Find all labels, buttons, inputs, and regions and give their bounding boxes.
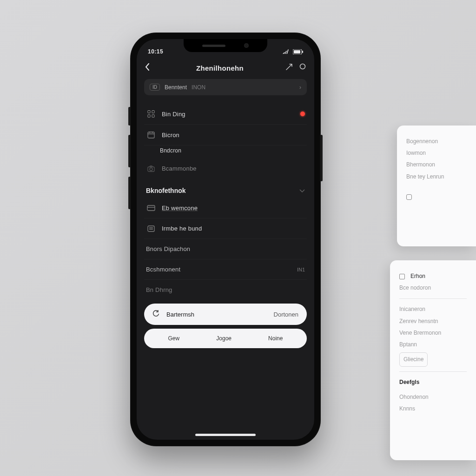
card-line: Ohondenon (399, 391, 467, 403)
list-icon (146, 225, 156, 232)
primary-action-pill[interactable]: Bartermsh Dortonen (144, 304, 307, 325)
svg-point-3 (300, 64, 305, 69)
list-item[interactable]: Bnors Dipachon (144, 239, 307, 259)
svg-rect-7 (152, 115, 154, 117)
list-item-label: Bn Dhrng (146, 286, 305, 293)
list-item[interactable]: Bn Dhrng (144, 280, 307, 300)
nav-bar: Zhenilhonehn (137, 60, 314, 79)
card-line: Bptann (399, 339, 467, 350)
card-header: Erhon (410, 271, 425, 282)
card-line: Bce nodoron (399, 282, 467, 294)
list-item-trail: IN1 (297, 267, 305, 272)
checkbox-icon (406, 194, 412, 200)
front-camera (244, 43, 249, 48)
side-card-1: Bogennenon Iowmon Bhermonon Bne tey Lenr… (397, 126, 476, 246)
card-icon (146, 205, 156, 211)
pill-option-c[interactable]: Noine (268, 335, 283, 342)
card-line: Bne tey Lenrun (406, 171, 467, 183)
share-icon[interactable] (285, 63, 293, 73)
svg-point-14 (150, 168, 152, 171)
segment-control[interactable]: ID Benntent INON › (144, 79, 307, 95)
list-item-label: Bcshmonent (146, 266, 291, 273)
volume-down (128, 177, 131, 209)
list-item-sub[interactable]: Bndcron (144, 145, 307, 159)
square-icon (399, 274, 405, 279)
svg-rect-5 (152, 111, 154, 113)
pill-option-b[interactable]: Jogoe (216, 335, 231, 342)
refresh-icon (152, 310, 161, 318)
list-item[interactable]: Bcammonbe (144, 159, 307, 178)
secondary-action-pill[interactable]: Gew Jogoe Noine (144, 329, 307, 348)
list-item-label: Bicron (162, 132, 305, 139)
battery-icon (293, 49, 303, 54)
card-line: Bhermonon (406, 159, 467, 171)
list-item[interactable]: Bcshmonent IN1 (144, 259, 307, 280)
content: ID Benntent INON › Bin Ding Bicron (137, 79, 314, 440)
card-line: Bogennenon (406, 136, 467, 147)
segment-label-1: Benntent (165, 84, 187, 91)
card-line: Iowmon (406, 147, 467, 159)
list-item-label: Irmbe he bund (162, 225, 305, 232)
signal-icon (283, 49, 290, 54)
list-item[interactable]: Irmbe he bund (144, 218, 307, 239)
svg-rect-12 (148, 132, 154, 138)
svg-rect-15 (147, 205, 155, 211)
grid-icon (146, 110, 156, 118)
notification-dot (300, 112, 305, 116)
camera-icon (146, 165, 156, 172)
svg-rect-2 (302, 51, 303, 53)
phone-frame: 10:15 Zhenilhonehn (130, 33, 321, 446)
notch (184, 39, 267, 52)
list-item-label: Bin Ding (162, 111, 295, 118)
pill-option-a[interactable]: Gew (168, 335, 180, 342)
card-chip[interactable]: Gliecine (399, 352, 428, 367)
card-footer-title: Deefgls (399, 377, 467, 388)
mute-switch (128, 107, 131, 126)
card-line: Inicaneron (399, 304, 467, 315)
divider (399, 371, 467, 372)
list-item-label: Bcammonbe (162, 165, 305, 172)
card-line: Vene Brermonon (399, 327, 467, 339)
card-line: Knnns (399, 403, 467, 415)
power-button (320, 135, 323, 181)
chevron-right-icon: › (299, 84, 301, 91)
pill-label: Bartermsh (166, 311, 194, 318)
divider (399, 298, 467, 299)
card-line: Zenrev hensntn (399, 316, 467, 327)
list-item[interactable]: Bicron (144, 125, 307, 145)
side-card-2: Erhon Bce nodoron Inicaneron Zenrev hens… (390, 260, 476, 460)
section-title-label: Bknofethnok (146, 187, 186, 194)
speaker-grille (202, 45, 225, 47)
back-button[interactable] (145, 63, 154, 73)
svg-rect-16 (148, 226, 154, 231)
segment-badge: ID (150, 84, 160, 91)
volume-up (128, 135, 131, 167)
status-time: 10:15 (148, 48, 163, 55)
list-item-label: Eb wemcone (162, 205, 305, 212)
chevron-down-icon (299, 187, 305, 194)
svg-rect-4 (148, 111, 150, 113)
calendar-icon (146, 131, 156, 139)
segment-label-2: INON (192, 84, 205, 91)
list-item[interactable]: Eb wemcone (144, 198, 307, 218)
svg-rect-6 (148, 115, 150, 117)
screen: 10:15 Zhenilhonehn (137, 39, 314, 440)
page-title: Zhenilhonehn (154, 64, 285, 72)
section-header[interactable]: Bknofethnok (144, 178, 307, 198)
svg-rect-1 (294, 50, 300, 53)
more-icon[interactable] (299, 63, 306, 73)
list-item-label: Bnors Dipachon (146, 245, 305, 252)
home-indicator[interactable] (195, 434, 256, 436)
pill-secondary-label: Dortonen (274, 311, 298, 318)
list-item-label: Bndcron (160, 147, 305, 154)
list-item[interactable]: Bin Ding (144, 104, 307, 125)
